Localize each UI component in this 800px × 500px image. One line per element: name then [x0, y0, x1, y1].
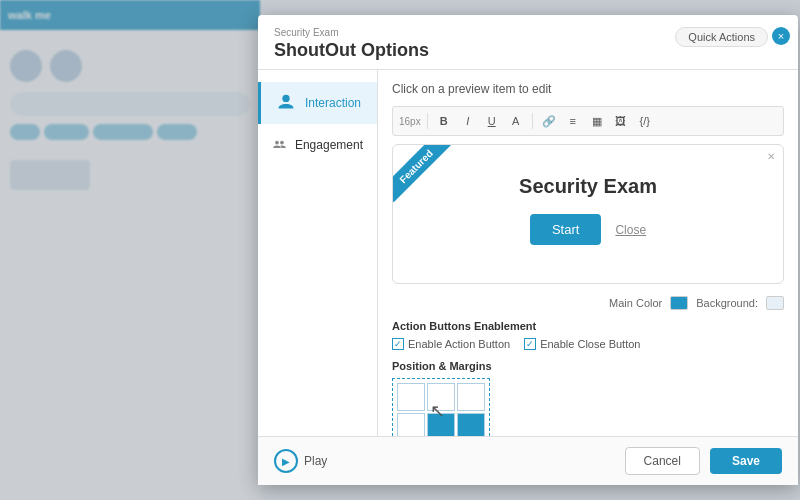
modal-close-button[interactable]: ×	[772, 27, 790, 45]
enable-action-checkbox[interactable]: ✓	[392, 338, 404, 350]
ribbon-text: Featured	[393, 145, 452, 202]
background-color-swatch[interactable]	[766, 296, 784, 310]
svg-point-1	[275, 141, 279, 145]
modal-header: Security Exam ShoutOut Options Quick Act…	[258, 15, 798, 70]
position-grid[interactable]	[392, 378, 490, 436]
card-start-button[interactable]: Start	[530, 214, 601, 245]
modal-nav: Interaction Engagement	[258, 70, 378, 436]
nav-item-interaction[interactable]: Interaction	[258, 82, 377, 124]
play-button[interactable]: ▶ Play	[274, 449, 327, 473]
card-button-row: Start Close	[530, 214, 646, 245]
color-row: Main Color Background:	[392, 296, 784, 310]
enable-close-label: Enable Close Button	[540, 338, 640, 350]
shoutout-options-modal: Security Exam ShoutOut Options Quick Act…	[258, 15, 798, 485]
quick-actions-button[interactable]: Quick Actions	[675, 27, 768, 47]
nav-engagement-label: Engagement	[295, 138, 363, 152]
preview-card[interactable]: Featured ✕ Security Exam Start Close	[392, 144, 784, 284]
main-color-label: Main Color	[609, 297, 662, 309]
nav-item-engagement[interactable]: Engagement	[258, 124, 377, 166]
enable-close-checkbox[interactable]: ✓	[524, 338, 536, 350]
toolbar-code[interactable]: {/}	[635, 111, 655, 131]
position-section-label: Position & Margins	[392, 360, 784, 372]
action-buttons-section-label: Action Buttons Enablement	[392, 320, 784, 332]
card-title: Security Exam	[519, 175, 657, 198]
pos-cell-2[interactable]	[457, 383, 485, 411]
editor-toolbar: 16px B I U A 🔗 ≡ ▦ 🖼 {/}	[392, 106, 784, 136]
svg-point-2	[280, 141, 284, 145]
toolbar-list[interactable]: ≡	[563, 111, 583, 131]
toolbar-underline[interactable]: U	[482, 111, 502, 131]
play-label: Play	[304, 454, 327, 468]
cancel-button[interactable]: Cancel	[625, 447, 700, 475]
card-close-x[interactable]: ✕	[767, 151, 775, 162]
pos-cell-4[interactable]	[427, 413, 455, 436]
toolbar-color[interactable]: A	[506, 111, 526, 131]
pos-cell-1[interactable]	[427, 383, 455, 411]
background-label: Background:	[696, 297, 758, 309]
pos-cell-3[interactable]	[397, 413, 425, 436]
toolbar-bold[interactable]: B	[434, 111, 454, 131]
engagement-icon	[272, 134, 287, 156]
svg-point-0	[282, 95, 289, 102]
modal-right-content: Click on a preview item to edit 16px B I…	[378, 70, 798, 436]
toolbar-table[interactable]: ▦	[587, 111, 607, 131]
play-circle-icon: ▶	[274, 449, 298, 473]
click-hint-text: Click on a preview item to edit	[392, 82, 784, 96]
toolbar-link[interactable]: 🔗	[539, 111, 559, 131]
featured-ribbon: Featured	[393, 145, 473, 225]
nav-interaction-label: Interaction	[305, 96, 361, 110]
enable-action-label: Enable Action Button	[408, 338, 510, 350]
interaction-icon	[275, 92, 297, 114]
main-color-swatch[interactable]	[670, 296, 688, 310]
enable-action-button-item[interactable]: ✓ Enable Action Button	[392, 338, 510, 350]
action-buttons-checkboxes: ✓ Enable Action Button ✓ Enable Close Bu…	[392, 338, 784, 350]
toolbar-italic[interactable]: I	[458, 111, 478, 131]
toolbar-image[interactable]: 🖼	[611, 111, 631, 131]
pos-cell-5[interactable]	[457, 413, 485, 436]
card-close-link[interactable]: Close	[615, 223, 646, 237]
save-button[interactable]: Save	[710, 448, 782, 474]
toolbar-fontsize: 16px	[399, 116, 421, 127]
modal-footer: ▶ Play Cancel Save	[258, 436, 798, 485]
pos-cell-0[interactable]	[397, 383, 425, 411]
enable-close-button-item[interactable]: ✓ Enable Close Button	[524, 338, 640, 350]
modal-body: Interaction Engagement Click on a previe…	[258, 70, 798, 436]
